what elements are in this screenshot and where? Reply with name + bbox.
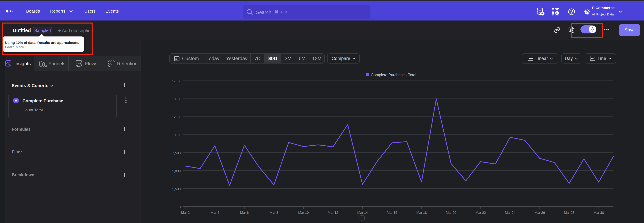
svg-text:Mar 4: Mar 4 [211,210,219,214]
svg-text:17.5K: 17.5K [172,79,181,83]
svg-text:Mar 26: Mar 26 [534,210,545,214]
svg-text:Mar 28: Mar 28 [564,210,574,214]
svg-text:Mar 8: Mar 8 [270,210,278,214]
svg-text:0: 0 [179,205,180,209]
svg-text:Mar 22: Mar 22 [475,210,486,214]
svg-text:Mar 24: Mar 24 [505,210,516,214]
svg-text:15K: 15K [174,97,180,101]
svg-text:Mar 30: Mar 30 [594,210,604,214]
svg-text:Mar 6: Mar 6 [240,210,249,214]
svg-text:Mar 12: Mar 12 [328,210,338,214]
svg-text:Mar 20: Mar 20 [446,210,456,214]
svg-text:Mar 18: Mar 18 [416,210,427,214]
svg-text:Mar 10: Mar 10 [298,210,308,214]
svg-text:2,500: 2,500 [172,187,180,191]
svg-text:12.5K: 12.5K [172,115,181,119]
svg-text:Mar 14: Mar 14 [357,210,368,214]
svg-text:5,000: 5,000 [172,169,180,173]
svg-text:10K: 10K [174,133,180,137]
svg-text:Mar 16: Mar 16 [387,210,397,214]
svg-text:7,500: 7,500 [172,151,180,155]
svg-text:Mar 2: Mar 2 [181,210,190,214]
